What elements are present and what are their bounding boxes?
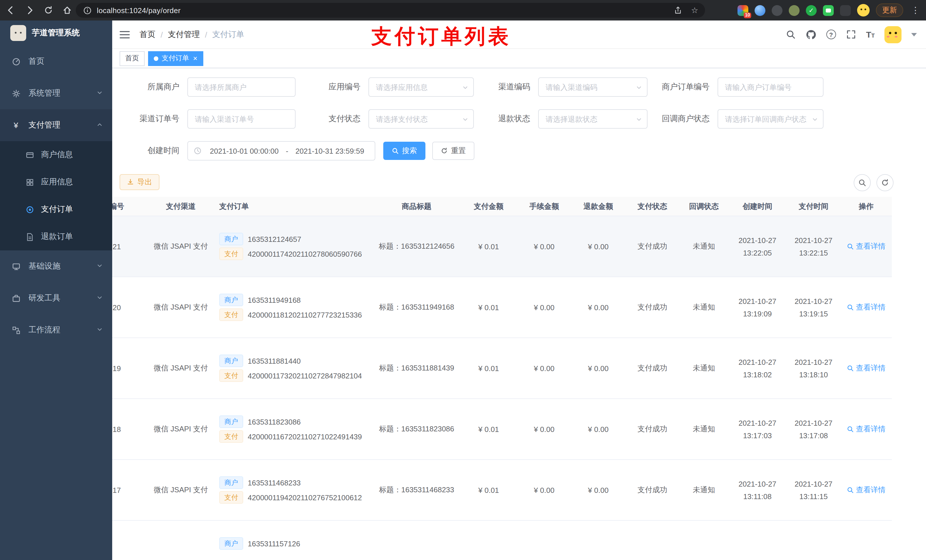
- github-icon[interactable]: [805, 29, 816, 40]
- refund-status-select[interactable]: [538, 109, 648, 128]
- cell-product-title: 标题：1635312124656: [373, 241, 460, 252]
- notify-status-input[interactable]: [717, 109, 823, 128]
- avatar-caret-icon[interactable]: [911, 33, 917, 36]
- cell-pay-time: 2021-10-27 13:22:15: [787, 234, 841, 259]
- pay-tag: 支付: [219, 369, 243, 382]
- channel-code-select[interactable]: [538, 77, 648, 97]
- merchant-order-no: 1635311881440: [248, 356, 301, 365]
- sidebar-item-refund-order[interactable]: 退款订单: [0, 223, 112, 251]
- close-icon[interactable]: [193, 54, 197, 62]
- toolbox-icon: [11, 294, 21, 303]
- cell-status: 支付成功: [625, 302, 679, 312]
- extension-icon-2[interactable]: [755, 5, 766, 16]
- share-icon[interactable]: [673, 5, 683, 15]
- sidebar-item-infrastructure[interactable]: 基础设施: [0, 251, 112, 282]
- site-info-icon[interactable]: [83, 5, 92, 15]
- help-icon[interactable]: ?: [826, 30, 836, 39]
- collapse-menu-icon[interactable]: [119, 29, 130, 40]
- fullscreen-icon[interactable]: [846, 29, 856, 40]
- target-icon: [25, 205, 34, 214]
- sidebar-item-payment[interactable]: ¥ 支付管理: [0, 109, 112, 141]
- show-search-icon[interactable]: [854, 174, 871, 191]
- column-header-status: 支付状态: [625, 201, 679, 211]
- main-area: 首页 / 支付管理 / 支付订单 ? TT: [112, 21, 926, 560]
- channel-order-no-field[interactable]: [188, 109, 295, 128]
- title-value: 1635311468233: [401, 486, 454, 494]
- title-prefix: 标题：: [379, 486, 401, 494]
- filter-label: 应用编号: [304, 82, 360, 92]
- cell-refund: ¥ 0.00: [571, 242, 625, 251]
- merchant-order-no: 1635311157126: [248, 539, 300, 548]
- table-tools: [854, 174, 894, 191]
- browser-update-button[interactable]: 更新: [876, 3, 903, 17]
- title-value: 1635311949168: [401, 303, 454, 311]
- sidebar-item-pay-order[interactable]: 支付订单: [0, 196, 112, 223]
- chevron-down-icon: [96, 262, 103, 271]
- sidebar-item-workflow[interactable]: 工作流程: [0, 314, 112, 346]
- reload-icon[interactable]: [43, 5, 53, 15]
- cell-pay-time: 2021-10-27 13:18:10: [787, 356, 841, 380]
- column-header-actions: 操作: [841, 201, 892, 211]
- sidebar-item-label: 研发工具: [29, 293, 61, 303]
- sidebar-item-dev-tools[interactable]: 研发工具: [0, 282, 112, 314]
- app-id-select[interactable]: [368, 77, 474, 97]
- view-detail-link[interactable]: 查看详情: [847, 485, 885, 495]
- extension-icon-3[interactable]: [772, 5, 782, 16]
- sidebar-item-app-info[interactable]: 应用信息: [0, 169, 112, 196]
- merchant-input[interactable]: [188, 77, 295, 97]
- font-size-icon[interactable]: TT: [866, 30, 875, 39]
- bookmark-star-icon[interactable]: ☆: [691, 6, 698, 15]
- browser-profile-avatar[interactable]: [857, 4, 870, 17]
- search-icon[interactable]: [785, 29, 796, 40]
- navbar-actions: ? TT: [785, 26, 917, 43]
- merchant-select[interactable]: [188, 77, 295, 97]
- browser-menu-icon[interactable]: ⋮: [909, 5, 921, 15]
- app-id-input[interactable]: [368, 77, 474, 97]
- cell-actions: 查看详情: [841, 241, 892, 252]
- reset-button[interactable]: 重置: [432, 142, 474, 160]
- extension-icon-6[interactable]: [823, 5, 834, 16]
- column-header-notify: 回调状态: [679, 201, 728, 211]
- extension-icon-5[interactable]: ✓: [806, 5, 817, 16]
- address-bar[interactable]: localhost:1024/pay/order ☆: [76, 3, 705, 18]
- refund-status-input[interactable]: [538, 109, 648, 128]
- merchant-order-no-field[interactable]: [717, 77, 823, 97]
- breadcrumb-pay-manage[interactable]: 支付管理: [168, 29, 200, 39]
- sidebar-item-home[interactable]: 首页: [0, 45, 112, 77]
- column-header-pay-time: 支付时间: [787, 201, 841, 211]
- notify-status-select[interactable]: [717, 109, 823, 128]
- tab-home[interactable]: 首页: [120, 51, 145, 66]
- pay-time: 13:18:10: [787, 368, 841, 380]
- table-row: 16 微信 JSAPI 支付 商户 1635311157126 支付: [112, 521, 892, 560]
- view-detail-link[interactable]: 查看详情: [847, 241, 885, 252]
- forward-icon[interactable]: [24, 5, 34, 15]
- channel-order-no-input[interactable]: [188, 109, 295, 128]
- view-detail-link[interactable]: 查看详情: [847, 302, 885, 312]
- view-detail-link[interactable]: 查看详情: [847, 363, 885, 373]
- create-date: 2021-10-27: [728, 417, 787, 429]
- pay-status-input[interactable]: [368, 109, 474, 128]
- search-button[interactable]: 搜索: [383, 142, 425, 160]
- channel-code-input[interactable]: [538, 77, 648, 97]
- sidebar-item-merchant-info[interactable]: 商户信息: [0, 141, 112, 169]
- sidebar: 芋道管理系统 首页 系统管理 ¥ 支付管理: [0, 21, 112, 560]
- view-detail-link[interactable]: 查看详情: [847, 424, 885, 434]
- extension-icon-1[interactable]: 10: [737, 5, 748, 16]
- refresh-icon[interactable]: [876, 174, 894, 191]
- date-range-picker[interactable]: 2021-10-01 00:00:00 - 2021-10-31 23:59:5…: [188, 141, 375, 160]
- breadcrumb-home[interactable]: 首页: [139, 29, 156, 39]
- cell-amount: ¥ 0.01: [460, 364, 517, 373]
- merchant-order-no-input[interactable]: [717, 77, 823, 97]
- extension-icon-4[interactable]: [789, 5, 800, 16]
- extension-icon-7[interactable]: [840, 5, 851, 16]
- tab-pay-order[interactable]: 支付订单: [148, 51, 203, 66]
- back-icon[interactable]: [6, 5, 15, 15]
- export-button[interactable]: 导出: [120, 174, 159, 190]
- app-logo: 芋道管理系统: [0, 21, 112, 45]
- user-avatar[interactable]: [884, 26, 902, 43]
- home-icon[interactable]: [62, 5, 72, 15]
- sidebar-item-system[interactable]: 系统管理: [0, 77, 112, 109]
- column-header-amount: 支付金额: [460, 201, 517, 211]
- pay-status-select[interactable]: [368, 109, 474, 128]
- column-header-id: 编号: [112, 201, 145, 211]
